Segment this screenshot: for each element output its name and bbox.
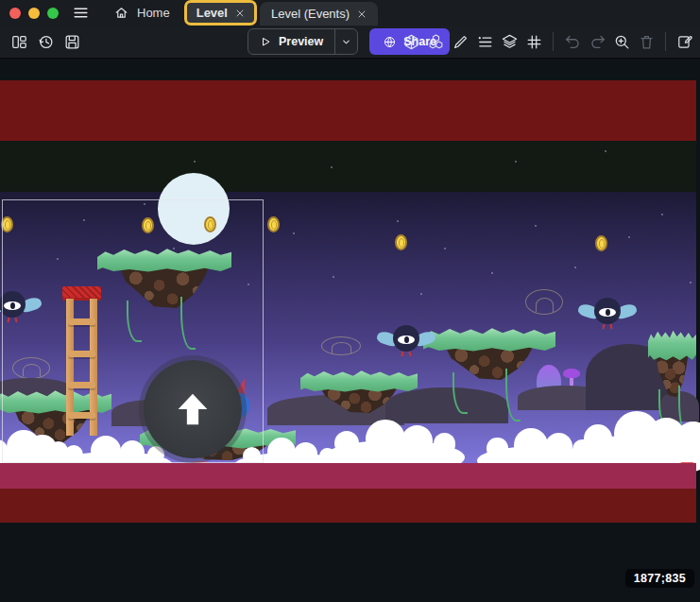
fly-enemy[interactable]	[580, 298, 635, 337]
fly-claw	[401, 352, 403, 356]
coin[interactable]	[395, 234, 407, 250]
tab-strip: Home Level Level (Events)	[103, 0, 378, 26]
cloud-bump	[514, 428, 548, 462]
close-icon[interactable]	[357, 9, 367, 19]
zoom-in-button[interactable]	[610, 30, 633, 53]
cloud-bump	[294, 442, 317, 466]
tab-label: Home	[137, 6, 170, 20]
coin[interactable]	[595, 235, 607, 251]
history-icon	[37, 33, 55, 51]
preview-options-button[interactable]	[334, 29, 357, 54]
preview-button[interactable]: Preview	[248, 29, 334, 54]
tab-level[interactable]: Level	[184, 0, 257, 26]
edit-scene-button[interactable]	[674, 30, 696, 53]
instances-list-button[interactable]	[473, 30, 496, 53]
cursor-coordinates-badge: 1877;835	[625, 569, 694, 588]
toolbar-divider	[665, 32, 666, 51]
star	[491, 272, 493, 274]
tab-label: Level	[196, 6, 228, 20]
redo-icon	[589, 33, 606, 51]
star	[333, 276, 334, 278]
objects-button[interactable]	[400, 30, 422, 53]
trash-icon	[638, 33, 656, 51]
star	[293, 232, 295, 234]
edit-object-button[interactable]	[449, 30, 471, 53]
cloud-bump	[366, 420, 405, 459]
tab-home[interactable]: Home	[103, 0, 181, 26]
floating-island[interactable]	[648, 329, 696, 403]
arrow-up-icon	[171, 387, 214, 431]
mushroom-cap	[563, 369, 580, 378]
fly-eye	[398, 335, 415, 344]
star	[420, 293, 422, 295]
cloud-bump	[545, 433, 572, 460]
star	[628, 236, 630, 238]
coin[interactable]	[267, 216, 280, 232]
toolbar-divider	[553, 32, 554, 51]
floating-island[interactable]	[300, 370, 418, 419]
red-band-bottom	[0, 489, 696, 523]
crimson-band-bottom	[0, 463, 696, 489]
edit-scene-icon	[676, 33, 694, 51]
island-dirt	[315, 387, 403, 413]
grid-icon	[525, 33, 543, 51]
preview-label: Preview	[279, 35, 323, 48]
grid-button[interactable]	[522, 30, 545, 53]
island-grass	[648, 329, 696, 361]
zoom-in-icon	[613, 33, 631, 51]
tab-level-events[interactable]: Level (Events)	[260, 2, 378, 26]
cloud-bump	[434, 433, 455, 455]
star	[331, 166, 333, 168]
ufo-sketch	[321, 336, 361, 355]
toolbar-right-group	[400, 26, 696, 58]
layers-button[interactable]	[498, 30, 521, 53]
island-grass	[300, 370, 418, 392]
window-titlebar: Home Level Level (Events)	[0, 0, 700, 26]
tab-label: Level (Events)	[271, 7, 350, 21]
toolbar-left-group	[8, 26, 83, 58]
jump-control-button[interactable]	[144, 360, 242, 458]
window-controls	[9, 8, 59, 19]
fly-eye	[599, 308, 616, 317]
star	[574, 267, 576, 268]
scene-canvas[interactable]	[0, 0, 700, 602]
cloud-bump	[334, 431, 359, 456]
red-band-top	[0, 80, 696, 141]
panel-layout-button[interactable]	[8, 30, 30, 53]
fly-claw	[602, 324, 605, 329]
cloud-bump	[584, 424, 612, 453]
cloud-bump	[487, 438, 508, 459]
object-groups-icon	[427, 33, 445, 51]
preview-split-button: Preview	[248, 28, 358, 55]
object-groups-button[interactable]	[424, 30, 447, 53]
star	[605, 150, 606, 152]
editor-toolbar: Preview Share	[0, 26, 700, 59]
save-icon	[63, 33, 81, 51]
delete-button[interactable]	[635, 30, 657, 53]
star	[661, 214, 663, 215]
window-close-button[interactable]	[9, 8, 21, 19]
fly-claw	[408, 352, 411, 356]
chevron-down-icon	[341, 37, 351, 47]
ufo-sketch	[525, 289, 563, 315]
globe-icon	[383, 35, 397, 49]
menu-icon[interactable]	[72, 4, 90, 22]
star	[535, 225, 537, 227]
close-icon[interactable]	[235, 9, 245, 18]
layers-icon	[501, 33, 519, 51]
save-button[interactable]	[60, 30, 83, 53]
star	[444, 248, 446, 249]
home-icon	[114, 6, 128, 20]
island-grass	[423, 327, 555, 352]
cloud-bump	[401, 425, 434, 457]
history-button[interactable]	[34, 30, 57, 53]
undo-button[interactable]	[561, 30, 584, 53]
objects-cube-icon	[402, 33, 420, 51]
undo-icon	[564, 33, 582, 51]
application-window: { "window": { "traffic_lights": ["#f4605…	[0, 0, 700, 602]
window-zoom-button[interactable]	[47, 8, 59, 19]
window-minimize-button[interactable]	[28, 8, 40, 19]
floating-island[interactable]	[423, 327, 555, 386]
redo-button[interactable]	[586, 30, 608, 53]
fly-enemy[interactable]	[379, 325, 434, 365]
